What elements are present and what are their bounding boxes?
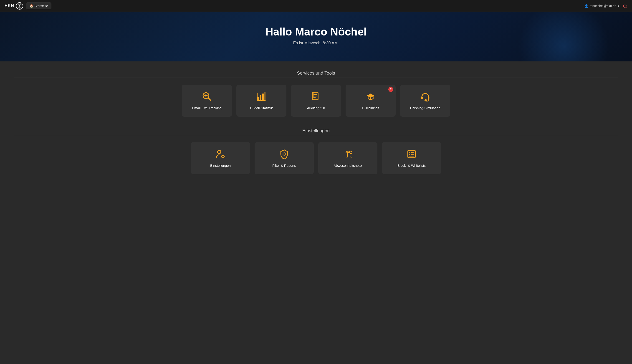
card-label-einstellungen: Einstellungen — [210, 164, 231, 168]
svg-rect-20 — [369, 99, 372, 100]
chart-bar-icon — [256, 92, 266, 103]
hero-section: Hallo Marco Nöchel Es ist Mittwoch, 8:30… — [0, 12, 632, 62]
card-phishing[interactable]: Phishing-Simulation — [400, 85, 450, 117]
svg-rect-9 — [260, 95, 262, 100]
school-icon — [366, 92, 376, 103]
card-email-live-tracking[interactable]: Email Live Tracking — [182, 85, 232, 117]
svg-line-33 — [222, 156, 222, 156]
audit-icon — [311, 92, 321, 103]
svg-rect-19 — [370, 98, 371, 100]
svg-point-26 — [426, 100, 426, 100]
svg-rect-44 — [408, 150, 416, 158]
card-label-auditing: Auditing 2.0 — [307, 106, 325, 110]
home-label: Startseite — [34, 4, 48, 8]
card-auditing[interactable]: Auditing 2.0 — [291, 85, 341, 117]
svg-point-43 — [350, 151, 352, 154]
home-button[interactable]: 🏠 Startseite — [26, 2, 52, 9]
headset-lock-icon — [420, 92, 430, 103]
svg-line-35 — [222, 157, 222, 158]
logo: HKN — [4, 2, 23, 10]
svg-line-5 — [208, 98, 210, 100]
search-plus-icon — [202, 92, 212, 103]
palm-tree-icon — [343, 149, 353, 160]
navbar: HKN 🏠 Startseite 👤 mnoechel@hkn.de ▾ — [0, 0, 632, 12]
svg-rect-23 — [428, 97, 429, 99]
navbar-right: 👤 mnoechel@hkn.de ▾ — [584, 4, 628, 8]
user-icon: 👤 — [584, 4, 588, 8]
svg-point-3 — [19, 5, 20, 6]
card-etrainings[interactable]: 2 E-Trainings — [346, 85, 396, 117]
svg-rect-22 — [421, 97, 423, 99]
card-label-email-live-tracking: Email Live Tracking — [192, 106, 222, 110]
user-menu[interactable]: 👤 mnoechel@hkn.de ▾ — [584, 4, 619, 8]
svg-rect-45 — [409, 152, 410, 153]
svg-line-36 — [224, 156, 224, 156]
svg-point-27 — [218, 150, 221, 154]
card-label-email-statistik: E-Mail-Statistik — [250, 106, 273, 110]
svg-rect-13 — [264, 92, 266, 100]
card-label-blackwhitelist: Black- & Whitelists — [398, 164, 426, 168]
card-label-phishing: Phishing-Simulation — [410, 106, 440, 110]
services-cards-grid: Email Live Tracking E-Mail-Statistik — [14, 85, 618, 117]
svg-rect-46 — [409, 154, 410, 156]
settings-cards-grid: Einstellungen Filter & Reports — [14, 142, 618, 174]
main-content: Services und Tools Email Live Tracking — [0, 62, 632, 188]
card-blackwhitelist[interactable]: Black- & Whitelists — [382, 142, 441, 174]
hero-subtitle: Es ist Mittwoch, 8:30 AM. — [4, 41, 628, 46]
card-label-abwesenheitsnotiz: Abwesenheitsnotiz — [334, 164, 362, 168]
svg-rect-21 — [368, 95, 369, 97]
shield-gear-icon — [279, 149, 289, 160]
card-einstellungen[interactable]: Einstellungen — [191, 142, 250, 174]
svg-line-34 — [224, 157, 224, 158]
card-filter-reports[interactable]: Filter & Reports — [254, 142, 314, 174]
user-email: mnoechel@hkn.de — [590, 4, 616, 8]
svg-point-37 — [283, 153, 286, 156]
user-cog-icon — [216, 149, 226, 160]
card-email-statistik[interactable]: E-Mail-Statistik — [236, 85, 286, 117]
services-section-title: Services und Tools — [14, 70, 618, 76]
card-abwesenheitsnotiz[interactable]: Abwesenheitsnotiz — [318, 142, 378, 174]
card-label-etrainings: E-Trainings — [362, 106, 379, 110]
svg-rect-10 — [262, 94, 264, 100]
home-icon: 🏠 — [29, 4, 33, 8]
logo-text: HKN — [4, 4, 14, 8]
power-button[interactable] — [623, 4, 628, 8]
logo-icon — [16, 2, 23, 10]
etrainings-badge: 2 — [388, 87, 393, 92]
svg-rect-18 — [312, 93, 314, 98]
power-icon — [623, 4, 628, 8]
chevron-down-icon: ▾ — [618, 4, 619, 8]
list-alt-icon — [406, 149, 416, 160]
navbar-left: HKN 🏠 Startseite — [4, 2, 52, 10]
hero-title: Hallo Marco Nöchel — [4, 26, 628, 38]
settings-section-title: Einstellungen — [14, 128, 618, 133]
services-divider — [14, 78, 618, 78]
card-label-filter-reports: Filter & Reports — [272, 164, 296, 168]
